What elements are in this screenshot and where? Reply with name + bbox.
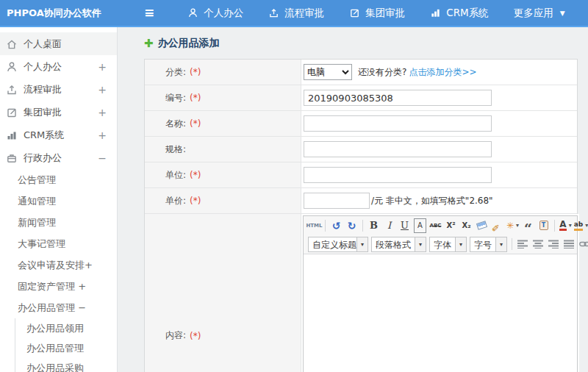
underline-button[interactable]: U <box>398 218 411 233</box>
nav-item-personal-office[interactable]: 个人办公 <box>175 0 256 26</box>
toolbar-separator <box>554 220 555 232</box>
sidebar-item-label: 行政办公 <box>24 151 98 165</box>
align-left-button[interactable] <box>517 237 529 251</box>
rich-text-editor: HTML ↺ ↻ B I U A ABC X² X₂ ✎ <box>303 215 578 372</box>
collapse-minus-icon[interactable]: − <box>98 152 107 164</box>
sidebar-item-label: 集团审批 <box>24 106 98 119</box>
category-hint: 还没有分类? <box>358 66 406 79</box>
expand-plus-icon[interactable]: + <box>98 129 107 141</box>
nav-item-label: 更多应用 <box>514 7 553 20</box>
toolbar-separator <box>512 238 512 250</box>
field-label: 单位: (*) <box>145 162 301 187</box>
field-label: 分类: (*) <box>145 60 301 85</box>
required-marker: (*) <box>190 93 201 103</box>
highlight-color-button[interactable]: ab▾ <box>575 218 587 233</box>
required-marker: (*) <box>190 118 201 129</box>
eraser-button[interactable] <box>476 218 488 233</box>
user-icon <box>6 61 18 73</box>
nav-item-crm[interactable]: CRM系统 <box>417 0 501 26</box>
align-right-button[interactable] <box>548 237 560 251</box>
field-label: 单价: (*) <box>145 188 301 213</box>
field-label: 编号: (*) <box>145 85 301 110</box>
required-marker: (*) <box>190 67 201 77</box>
field-label: 规格: <box>145 137 301 162</box>
editor-toolbar-row2: 自定义标题 ▾ 段落格式 ▾ 字体 ▾ 字号 ▾ <box>304 235 577 254</box>
sidebar-item-label: 个人桌面 <box>24 37 107 51</box>
sidebar-subitem-office-supplies[interactable]: 办公用品管理 − <box>0 297 117 318</box>
paste-as-text-button[interactable]: T <box>537 218 550 233</box>
nav-item-group-approval[interactable]: 集团审批 <box>337 0 417 26</box>
nav-item-more-apps[interactable]: 更多应用 ▼ <box>501 0 578 26</box>
align-justify-button[interactable] <box>563 237 576 251</box>
caret-down-icon: ▾ <box>356 237 368 251</box>
blockquote-button[interactable]: “ <box>522 221 534 236</box>
sidebar-item-label: CRM系统 <box>24 129 98 142</box>
sidebar-subsubitem-supplies-manage[interactable]: 办公用品管理 <box>15 338 117 358</box>
italic-button[interactable]: I <box>383 218 395 233</box>
nav-item-label: 集团审批 <box>365 7 405 20</box>
add-category-link[interactable]: 点击添加分类>> <box>409 66 476 79</box>
category-select[interactable]: 电脑 <box>304 64 352 80</box>
sidebar-item-personal-office[interactable]: 个人办公 + <box>0 55 117 78</box>
nav-item-label: 流程审批 <box>284 7 324 20</box>
sidebar-subsubitem-supplies-purchase[interactable]: 办公用品采购 <box>15 358 117 372</box>
eraser-icon <box>476 221 487 230</box>
font-color-button[interactable]: A▾ <box>559 218 572 233</box>
font-size-dropdown[interactable]: 字号 ▾ <box>470 237 507 252</box>
form-row-category: 分类: (*) 电脑 还没有分类? 点击添加分类>> <box>145 60 577 85</box>
caret-down-icon: ▾ <box>585 222 588 229</box>
unit-input[interactable] <box>304 167 492 183</box>
sidebar-subitem-news[interactable]: 新闻管理 <box>0 212 117 233</box>
sidebar-subsubitem-supplies-claim[interactable]: 办公用品领用 <box>15 318 117 338</box>
font-size-button[interactable]: A <box>414 218 426 233</box>
sidebar-item-crm[interactable]: CRM系统 + <box>0 124 117 146</box>
source-code-button[interactable]: HTML <box>308 218 320 233</box>
caret-down-icon: ▾ <box>415 237 426 251</box>
required-marker: (*) <box>190 331 201 341</box>
user-icon <box>187 7 198 18</box>
sidebar-item-admin-office[interactable]: 行政办公 − <box>0 146 117 169</box>
align-center-button[interactable] <box>532 237 545 251</box>
hamburger-menu-icon[interactable]: ≡ <box>144 7 154 19</box>
sidebar-subitem-announcements[interactable]: 公告管理 <box>0 169 117 190</box>
chart-icon <box>430 7 441 18</box>
price-hint: /元 非中文，如填写格式"2.68" <box>371 195 493 207</box>
sidebar-subitem-notifications[interactable]: 通知管理 <box>0 190 117 212</box>
superscript-button[interactable]: X² <box>445 218 457 233</box>
expand-plus-icon[interactable]: + <box>98 84 107 96</box>
sidebar-subitem-memorabilia[interactable]: 大事记管理 <box>0 233 117 254</box>
subscript-button[interactable]: X₂ <box>460 218 473 233</box>
nav-item-label: CRM系统 <box>446 7 488 20</box>
page-title-text: 办公用品添加 <box>158 37 220 50</box>
workflow-icon <box>268 7 279 18</box>
custom-heading-dropdown[interactable]: 自定义标题 ▾ <box>308 237 368 252</box>
bold-button[interactable]: B <box>368 218 380 233</box>
strikethrough-button[interactable]: ABC <box>429 218 442 233</box>
sidebar-item-desktop[interactable]: 个人桌面 <box>0 32 117 55</box>
toolbar-separator <box>325 220 326 232</box>
price-input[interactable] <box>304 193 370 209</box>
sidebar-subitem-meetings[interactable]: 会议申请及安排+ <box>0 254 117 276</box>
redo-button[interactable]: ↻ <box>345 218 358 233</box>
insert-link-button[interactable] <box>578 237 588 251</box>
font-family-dropdown[interactable]: 字体 ▾ <box>429 237 467 252</box>
expand-plus-icon[interactable]: + <box>98 61 107 73</box>
format-brush-button[interactable]: ✎ <box>490 219 505 232</box>
sidebar-item-label: 流程审批 <box>24 83 98 96</box>
sidebar-item-group-approval[interactable]: 集团审批 + <box>0 101 117 124</box>
sidebar: 个人桌面 个人办公 + 流程审批 + 集团审批 + CRM系统 + 行政办公 − <box>0 27 118 372</box>
nav-item-workflow-approval[interactable]: 流程审批 <box>256 0 337 26</box>
clear-format-button[interactable]: ✳▾ <box>506 218 519 233</box>
code-input[interactable] <box>304 90 492 106</box>
form-row-name: 名称: (*) <box>145 111 577 137</box>
editor-content-area[interactable] <box>304 254 577 372</box>
name-input[interactable] <box>304 115 492 132</box>
undo-button[interactable]: ↺ <box>330 218 343 233</box>
sidebar-item-workflow-approval[interactable]: 流程审批 + <box>0 78 117 101</box>
supplies-form: 分类: (*) 电脑 还没有分类? 点击添加分类>> 编号: (*) <box>144 59 578 372</box>
expand-plus-icon[interactable]: + <box>98 107 107 118</box>
sidebar-subitem-fixed-assets[interactable]: 固定资产管理 + <box>0 276 117 297</box>
required-marker: (*) <box>190 170 201 180</box>
paragraph-format-dropdown[interactable]: 段落格式 ▾ <box>371 237 426 252</box>
spec-input[interactable] <box>304 141 492 157</box>
